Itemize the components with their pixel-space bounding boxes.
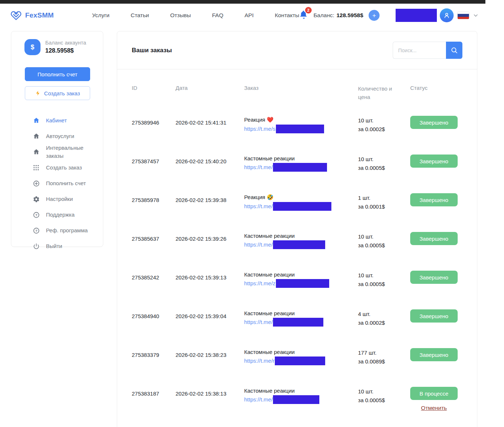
notifications-count-badge: 2	[305, 7, 312, 14]
order-name: Кастомные реакции	[244, 349, 358, 355]
order-link[interactable]: https://t.me/	[244, 241, 273, 248]
redacted-link	[273, 240, 325, 249]
create-order-button[interactable]: Создать заказ	[25, 86, 90, 100]
order-row: 275387457 2026-02-02 15:40:20 Кастомные …	[132, 146, 462, 185]
page-title: Ваши заказы	[132, 47, 172, 54]
sidebar-item-выйти[interactable]: Выйти	[32, 239, 103, 254]
sidebar-balance: $ Баланс аккаунта 128.5958$	[24, 39, 103, 55]
order-quantity: 10 шт.	[358, 388, 410, 394]
nav-item-articles[interactable]: Статьи	[131, 12, 149, 19]
search-button[interactable]	[446, 42, 462, 59]
order-link[interactable]: https://t.me/s	[244, 126, 276, 132]
order-id: 275385637	[132, 224, 176, 242]
notifications-bell-icon[interactable]: 2	[299, 10, 308, 21]
status-badge: Завершено	[410, 271, 458, 284]
order-name: Реакция ❤️	[244, 117, 358, 123]
logo-text: FexSMM	[25, 11, 54, 19]
topup-button[interactable]: Пополнить счет	[25, 67, 90, 81]
status-badge: Завершено	[410, 193, 458, 206]
logo[interactable]: FexSMM	[10, 9, 54, 22]
order-name: Кастомные реакции	[244, 310, 358, 316]
order-row: 275383379 2026-02-02 15:38:23 Кастомные …	[132, 340, 462, 379]
order-quantity: 10 шт.	[358, 156, 410, 162]
order-date: 2026-02-02 15:40:20	[176, 146, 244, 164]
sidebar-item-пополнить-счет[interactable]: Пополнить счет	[32, 176, 103, 191]
sidebar: $ Баланс аккаунта 128.5958$ Пополнить сч…	[11, 31, 103, 247]
status-badge: Завершено	[410, 116, 458, 129]
order-price: за 0.0005$	[358, 165, 410, 171]
orders-table: 275389946 2026-02-02 15:41:31 Реакция ❤️…	[117, 108, 477, 418]
order-price: за 0.0002$	[358, 320, 410, 326]
order-price: за 0.0089$	[358, 358, 410, 365]
nav-item-contacts[interactable]: Контакты	[275, 12, 299, 19]
order-price: за 0.0005$	[358, 281, 410, 287]
redacted-link	[276, 279, 329, 288]
grid-icon	[32, 164, 40, 171]
sidebar-balance-title: Баланс аккаунта	[45, 40, 86, 46]
chevron-down-icon[interactable]	[473, 12, 479, 19]
user-avatar[interactable]	[440, 8, 454, 22]
sidebar-item-интервальные-заказы[interactable]: Интервальные заказы	[32, 144, 103, 160]
heart-logo-icon	[10, 9, 22, 22]
nav-item-services[interactable]: Услуги	[92, 12, 109, 19]
sidebar-balance-value: 128.5958$	[45, 47, 86, 54]
table-header: ID Дата Заказ Количество и цена Статус	[117, 69, 477, 101]
order-id: 275389946	[132, 108, 176, 126]
redacted-username	[396, 9, 437, 22]
order-name: Кастомные реакции	[244, 233, 358, 239]
status-badge: Завершено	[410, 309, 458, 323]
nav-item-faq[interactable]: FAQ	[212, 12, 223, 19]
sidebar-item-реф-программа[interactable]: ? Реф. программа	[32, 223, 103, 239]
order-row: 275389946 2026-02-02 15:41:31 Реакция ❤️…	[132, 108, 462, 146]
sidebar-item-настройки[interactable]: Настройки	[32, 191, 103, 207]
nav-item-api[interactable]: API	[245, 12, 254, 19]
order-row: 275385978 2026-02-02 15:39:38 Реакция 🤣 …	[132, 185, 462, 224]
col-header-status: Статус	[410, 85, 462, 101]
order-id: 275385978	[132, 185, 176, 203]
order-link[interactable]: https://t.me/z	[244, 280, 276, 286]
topbar-right: 2 Баланс: 128.5958$ +	[299, 8, 479, 22]
sidebar-item-поддержка[interactable]: ? Поддержка	[32, 207, 103, 223]
order-quantity: 10 шт.	[358, 272, 410, 278]
order-id: 275383187	[132, 379, 176, 397]
sidebar-item-кабинет[interactable]: Кабинет	[32, 113, 103, 128]
order-price: за 0.0005$	[358, 397, 410, 403]
order-date: 2026-02-02 15:39:13	[176, 263, 244, 281]
home-icon	[32, 148, 40, 155]
order-date: 2026-02-02 15:39:26	[176, 224, 244, 242]
order-quantity: 1 шт.	[358, 195, 410, 201]
orders-panel: Ваши заказы ID Дата Заказ Количество и ц…	[117, 31, 477, 427]
order-quantity: 177 шт.	[358, 350, 410, 356]
language-flag-ru[interactable]	[457, 12, 469, 19]
order-link[interactable]: https://t.me/	[244, 396, 273, 403]
status-badge: В процессе	[410, 387, 458, 400]
svg-text:?: ?	[35, 229, 37, 232]
redacted-link	[273, 318, 323, 327]
sidebar-item-автоуслуги[interactable]: Автоуслуги	[32, 128, 103, 144]
plus-circle-icon	[32, 180, 40, 187]
order-id: 275384940	[132, 301, 176, 319]
search-input[interactable]	[393, 42, 446, 59]
order-link[interactable]: https://t.me/r	[244, 358, 274, 364]
svg-text:?: ?	[35, 213, 37, 217]
balance-value: 128.5958$	[336, 12, 363, 19]
sidebar-menu: Кабинет Автоуслуги Интервальные заказы С…	[32, 113, 103, 254]
add-funds-button[interactable]: +	[369, 10, 380, 21]
redacted-link	[276, 125, 324, 133]
order-row: 275384940 2026-02-02 15:39:04 Кастомные …	[132, 301, 462, 340]
order-quantity: 10 шт.	[358, 233, 410, 240]
order-date: 2026-02-02 15:41:31	[176, 108, 244, 126]
order-name: Кастомные реакции	[244, 155, 358, 161]
order-quantity: 10 шт.	[358, 117, 410, 123]
dollar-icon: $	[24, 39, 41, 55]
order-link[interactable]: https://t.me/	[244, 319, 273, 325]
cancel-order-link[interactable]: Отменить	[410, 405, 458, 411]
order-link[interactable]: https://t.me/	[244, 203, 273, 209]
sidebar-item-создать-заказ[interactable]: Создать заказ	[32, 160, 103, 176]
order-link[interactable]: https://t.me/	[244, 164, 273, 170]
status-badge: Завершено	[410, 232, 458, 245]
window-top-strip	[0, 0, 485, 4]
order-quantity: 4 шт.	[358, 311, 410, 317]
col-header-date: Дата	[176, 85, 244, 101]
nav-item-reviews[interactable]: Отзывы	[170, 12, 191, 19]
